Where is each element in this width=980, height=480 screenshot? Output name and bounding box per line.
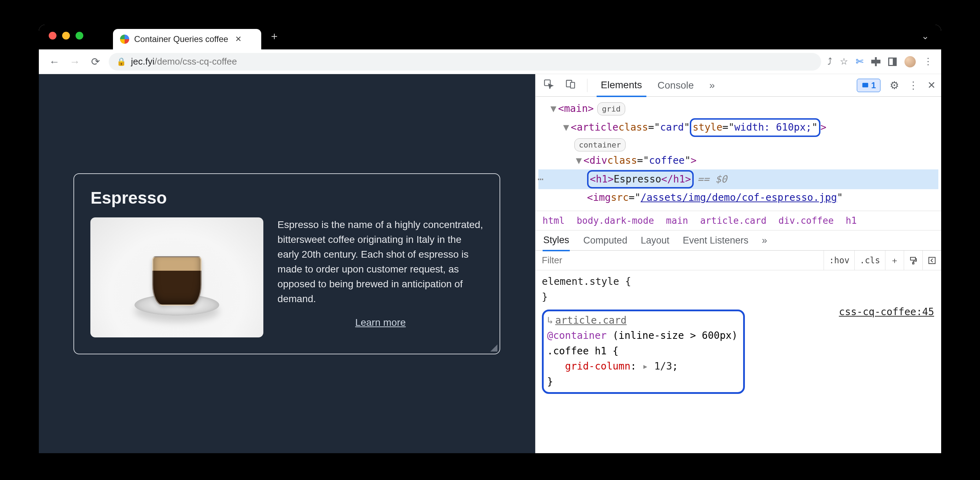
svg-rect-2 [571,82,575,88]
tab-elements[interactable]: Elements [597,75,646,97]
styles-filter-input[interactable] [536,255,824,266]
kebab-menu-button[interactable]: ⋮ [924,56,933,67]
dom-tree[interactable]: ▼<main>grid ▼<article class="card" style… [536,97,941,211]
crumb-h1[interactable]: h1 [846,215,857,226]
extensions-button[interactable] [871,57,880,66]
subtab-layout[interactable]: Layout [641,235,669,246]
omnibox-domain: jec.fyi [131,56,154,67]
tabs-overflow-button[interactable]: ⌄ [921,31,933,41]
tab-title: Container Queries coffee [134,34,228,44]
minimize-window-button[interactable] [62,32,70,40]
devtools-tabs: Elements Console » 1 ⚙ ⋮ ✕ [536,74,941,97]
crumb-html[interactable]: html [542,215,565,226]
svg-rect-3 [862,83,868,87]
container-query-rule[interactable]: ↳article.card @container (inline-size > … [542,310,745,394]
devtools-panel: Elements Console » 1 ⚙ ⋮ ✕ ▼< [535,74,941,453]
crumb-main[interactable]: main [666,215,689,226]
crumb-article[interactable]: article.card [700,215,767,226]
reload-button[interactable]: ⟳ [88,56,102,68]
omnibox[interactable]: 🔒 jec.fyi/demo/css-cq-coffee [109,53,821,71]
device-toolbar-button[interactable] [563,79,578,91]
hov-button[interactable]: :hov [824,251,854,270]
devtools-menu-button[interactable]: ⋮ [908,79,918,91]
browser-window: Container Queries coffee ✕ ＋ ⌄ ← → ⟳ 🔒 j… [39,25,941,453]
subtab-computed[interactable]: Computed [583,235,627,246]
badge-grid[interactable]: grid [597,102,625,115]
inspect-element-button[interactable] [541,79,556,91]
subtab-styles[interactable]: Styles [542,230,570,251]
omnibox-path: /demo/css-cq-coffee [154,56,237,67]
cls-button[interactable]: .cls [854,251,885,270]
computed-sidebar-button[interactable] [923,251,941,270]
new-rule-button[interactable]: ＋ [885,251,904,270]
devtools-close-button[interactable]: ✕ [928,79,935,91]
dom-selected-row[interactable]: ⋯ <h1>Espresso</h1> == $0 [538,169,939,189]
bookmark-button[interactable]: ☆ [840,56,848,67]
subtab-event-listeners[interactable]: Event Listeners [683,235,748,246]
dom-breadcrumbs[interactable]: html body.dark-mode main article.card di… [536,211,941,230]
styles-rules[interactable]: element.style {} css-cq-coffee:45 ↳artic… [536,270,941,453]
coffee-card: Espresso Espresso is the name of a highl… [73,173,500,354]
svg-rect-4 [910,257,915,260]
browser-tab[interactable]: Container Queries coffee ✕ [113,29,261,49]
share-button[interactable]: ⤴ [827,56,832,67]
maximize-window-button[interactable] [76,32,83,40]
favicon-icon [120,35,129,44]
styles-tabs: Styles Computed Layout Event Listeners » [536,230,941,251]
rendered-page: Espresso Espresso is the name of a highl… [39,74,535,453]
coffee-heading: Espresso [91,188,483,208]
coffee-image [91,218,263,337]
rule-source-link[interactable]: css-cq-coffee:45 [839,304,934,319]
paint-button[interactable] [904,251,923,270]
new-tab-button[interactable]: ＋ [261,29,287,43]
styles-toolbar: :hov .cls ＋ [536,251,941,270]
window-controls [49,32,83,40]
scissors-icon[interactable]: ✄ [856,56,864,67]
back-button[interactable]: ← [47,56,61,68]
svg-rect-5 [913,262,914,264]
learn-more-link[interactable]: Learn more [277,317,483,328]
tab-console[interactable]: Console [654,75,698,96]
lock-icon: 🔒 [116,57,126,66]
side-panel-button[interactable] [888,57,897,66]
tab-strip: Container Queries coffee ✕ ＋ ⌄ [39,25,941,49]
forward-button[interactable]: → [68,56,82,68]
element-style-rule[interactable]: element.style {} [542,274,935,305]
close-tab-button[interactable]: ✕ [233,35,243,44]
issues-badge[interactable]: 1 [857,79,880,92]
coffee-description: Espresso is the name of a highly concent… [277,218,483,306]
profile-avatar[interactable] [904,56,916,67]
subtabs-more-button[interactable]: » [762,235,767,246]
settings-button[interactable]: ⚙ [889,79,899,91]
toolbar: ← → ⟳ 🔒 jec.fyi/demo/css-cq-coffee ⤴ ☆ ✄… [39,49,941,74]
crumb-body[interactable]: body.dark-mode [576,215,654,226]
resize-handle-icon[interactable] [490,345,497,351]
crumb-div[interactable]: div.coffee [778,215,834,226]
tabs-more-button[interactable]: » [705,75,719,96]
close-window-button[interactable] [49,32,56,40]
badge-container[interactable]: container [574,138,625,151]
svg-rect-6 [929,257,935,264]
